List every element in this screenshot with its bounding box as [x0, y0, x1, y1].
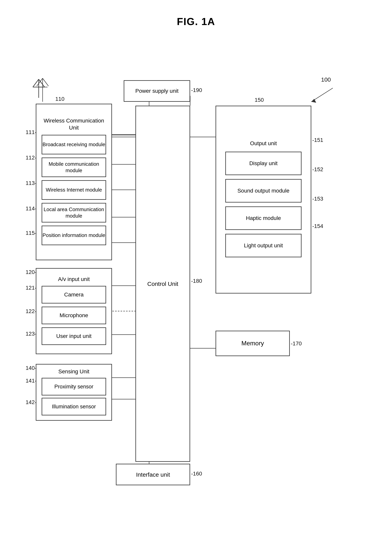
- label-110: 110: [55, 96, 64, 102]
- label-142: 142-: [26, 399, 37, 405]
- label-123: 123-: [26, 331, 37, 337]
- antenna-icon: [31, 77, 47, 101]
- label-121: 121-: [26, 285, 37, 291]
- label-150: 150: [255, 97, 264, 103]
- label-115: 115-: [26, 230, 37, 236]
- broadcast-box: Broadcast receiving module: [42, 135, 106, 154]
- sensing-label: Sensing Unit: [38, 368, 109, 375]
- control-unit-box: Control Unit: [135, 106, 190, 462]
- svg-marker-31: [311, 99, 316, 103]
- label-120: 120-: [26, 269, 37, 275]
- local-area-box: Local area Communication module: [42, 203, 106, 222]
- proximity-box: Proximity sensor: [42, 378, 106, 396]
- user-input-box: User input unit: [42, 327, 106, 345]
- sound-output-box: Sound output module: [225, 179, 302, 202]
- haptic-box: Haptic module: [225, 206, 302, 230]
- label-112: 112-: [26, 155, 37, 161]
- position-info-box: Position information module: [42, 226, 106, 245]
- label-180: -180: [191, 278, 202, 284]
- control-label: Control Unit: [147, 280, 178, 288]
- label-114: 114-: [26, 206, 37, 212]
- label-153: -153: [312, 196, 323, 202]
- label-140: 140-: [26, 365, 37, 371]
- wireless-internet-box: Wireless Internet module: [42, 180, 106, 200]
- mobile-comm-box: Mobile communication module: [42, 157, 106, 177]
- label-154: -154: [312, 223, 323, 229]
- label-160: -160: [191, 471, 202, 477]
- label-113: 113-: [26, 180, 37, 186]
- sensing-box: Sensing Unit Proximity sensor Illuminati…: [36, 364, 112, 421]
- light-output-box: Light output unit: [225, 234, 302, 257]
- display-box: Display unit: [225, 152, 302, 175]
- illumination-box: Illumination sensor: [42, 398, 106, 415]
- page-title: FIG. 1A: [0, 0, 392, 39]
- label-170: -170: [291, 341, 302, 347]
- wireless-comm-box: Wireless Communication Unit Broadcast re…: [36, 104, 112, 260]
- av-input-label: A/v input unit: [38, 276, 109, 283]
- label-100: 100: [321, 76, 331, 83]
- power-supply-box: Power supply unit: [124, 80, 190, 102]
- av-input-box: A/v input unit Camera Microphone User in…: [36, 268, 112, 354]
- output-box: Output unit Display unit Sound output mo…: [216, 106, 311, 293]
- svg-line-30: [311, 88, 333, 102]
- svg-line-34: [39, 79, 45, 87]
- output-label: Output unit: [219, 140, 308, 147]
- label-111: 111-: [26, 129, 37, 136]
- label-190: -190: [191, 87, 202, 93]
- label-122: 122-: [26, 308, 37, 314]
- interface-box: Interface unit: [116, 464, 190, 485]
- camera-box: Camera: [42, 286, 106, 304]
- label-151: -151: [312, 137, 323, 143]
- label-152: -152: [312, 166, 323, 173]
- memory-box: Memory: [216, 331, 290, 356]
- wireless-comm-label: Wireless Communication Unit: [38, 117, 109, 131]
- microphone-box: Microphone: [42, 307, 106, 324]
- label-141: 141-: [26, 378, 37, 384]
- svg-line-33: [33, 79, 39, 87]
